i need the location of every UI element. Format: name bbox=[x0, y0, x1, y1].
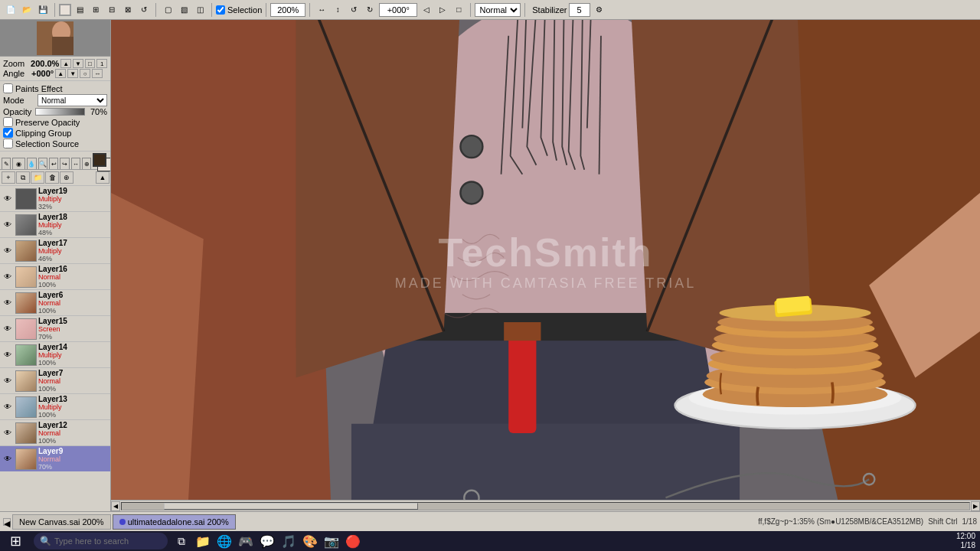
open-btn[interactable]: 📂 bbox=[19, 2, 34, 18]
color-eyedrop-btn[interactable]: 💧 bbox=[27, 158, 36, 170]
layer-vis-19[interactable]: 👁 bbox=[2, 193, 14, 205]
save-btn[interactable]: 💾 bbox=[35, 2, 51, 18]
layer-item-17[interactable]: 👁 Layer17 Multiply 46% bbox=[0, 238, 111, 264]
color-flip-btn[interactable]: ↔ bbox=[71, 158, 80, 170]
paints-effect-checkbox[interactable] bbox=[3, 83, 13, 93]
rot-l-btn[interactable]: ↺ bbox=[346, 2, 361, 18]
angle-up-btn[interactable]: ▲ bbox=[55, 69, 66, 78]
canvas-area[interactable]: TechSmith MADE WITH CAMTASIA FREE TRIAL … bbox=[111, 20, 980, 511]
tab-new-canvas[interactable]: New Canvas.sai 200% bbox=[12, 514, 111, 530]
layer-vis-6[interactable]: 👁 bbox=[2, 297, 14, 309]
angle-flip-btn[interactable]: ↔ bbox=[92, 69, 103, 78]
taskbar-app3-btn[interactable]: 🔴 bbox=[344, 532, 362, 550]
stabilizer-input[interactable] bbox=[569, 3, 590, 17]
layer-item-13[interactable]: 👁 Layer13 Multiply 100% bbox=[0, 394, 111, 420]
nav2-btn[interactable]: ▧ bbox=[176, 2, 191, 18]
mode-select[interactable]: Normal Multiply Screen bbox=[38, 94, 107, 106]
layer-item-19[interactable]: 👁 Layer19 Multiply 32% bbox=[0, 186, 111, 212]
selection-source-checkbox[interactable] bbox=[3, 139, 13, 148]
grid-btn1[interactable]: ▤ bbox=[72, 2, 87, 18]
rot-e3[interactable]: □ bbox=[451, 2, 466, 18]
layer-merge-btn[interactable]: ⊕ bbox=[60, 171, 74, 184]
rot-e2[interactable]: ▷ bbox=[435, 2, 450, 18]
layer-vis-14[interactable]: 👁 bbox=[2, 349, 14, 361]
layer-vis-17[interactable]: 👁 bbox=[2, 245, 14, 257]
taskbar-spotify-btn[interactable]: 🎵 bbox=[279, 532, 298, 550]
stabilizer-settings-btn[interactable]: ⚙ bbox=[592, 2, 607, 18]
scroll-right-btn[interactable]: ▶ bbox=[971, 501, 980, 511]
blend-mode-select[interactable]: Normal Multiply Screen bbox=[475, 3, 521, 17]
new-btn[interactable]: 📄 bbox=[3, 2, 18, 18]
grid-btn3[interactable]: ⊟ bbox=[104, 2, 119, 18]
layer-new-btn[interactable]: + bbox=[2, 171, 15, 184]
grid-btn4[interactable]: ⊠ bbox=[120, 2, 136, 18]
layer-vis-16[interactable]: 👁 bbox=[2, 271, 14, 283]
rotate-canvas-btn[interactable]: ↺ bbox=[136, 2, 152, 18]
clipping-group-checkbox[interactable] bbox=[3, 128, 13, 138]
layer-info-18: Layer18 Multiply 48% bbox=[38, 213, 109, 236]
layer-item-16[interactable]: 👁 Layer16 Normal 100% bbox=[0, 264, 111, 290]
layer-item-6[interactable]: 👁 Layer6 Normal 100% bbox=[0, 290, 111, 316]
color-zoom-btn[interactable]: 🔍 bbox=[38, 158, 47, 170]
layer-vis-15[interactable]: 👁 bbox=[2, 323, 14, 335]
nav3-btn[interactable]: ◫ bbox=[192, 2, 207, 18]
windows-start-btn[interactable]: ⊞ bbox=[0, 531, 31, 551]
grid-btn2[interactable]: ⊞ bbox=[88, 2, 103, 18]
layer-vis-7[interactable]: 👁 bbox=[2, 375, 14, 387]
layer-thumb-7 bbox=[15, 370, 37, 392]
layer-item-18[interactable]: 👁 Layer18 Multiply 48% bbox=[0, 212, 111, 238]
opacity-bar[interactable] bbox=[35, 108, 85, 116]
layer-folder-btn[interactable]: 📁 bbox=[31, 171, 44, 184]
taskbar-search-input[interactable] bbox=[54, 536, 162, 546]
color-airbrush-btn[interactable]: ◉ bbox=[12, 158, 25, 170]
angle-reset-btn[interactable]: ○ bbox=[80, 69, 90, 78]
layer-opacity-12: 100% bbox=[38, 437, 109, 445]
canvas-btn[interactable] bbox=[59, 4, 71, 16]
zoom-100-btn[interactable]: 1 bbox=[96, 59, 107, 68]
tab-ultimate[interactable]: ultimatedadalone.sai 200% bbox=[113, 514, 236, 530]
rotation-input[interactable] bbox=[379, 3, 417, 17]
taskbar-chrome-btn[interactable]: 🌐 bbox=[215, 532, 234, 550]
taskbar-app1-btn[interactable]: 🎨 bbox=[301, 532, 319, 550]
layer-vis-13[interactable]: 👁 bbox=[2, 401, 14, 413]
flip-h-btn[interactable]: ↔ bbox=[314, 2, 329, 18]
layer-up-btn[interactable]: ▲ bbox=[96, 171, 109, 184]
layer-mode-13: Multiply bbox=[38, 403, 109, 411]
h-scrollbar[interactable]: ◀ ▶ bbox=[111, 500, 980, 511]
color-pencil-btn[interactable]: ✎ bbox=[2, 158, 11, 170]
layer-vis-12[interactable]: 👁 bbox=[2, 427, 14, 439]
zoom-input[interactable] bbox=[270, 3, 305, 17]
layer-item-14[interactable]: 👁 Layer14 Multiply 100% bbox=[0, 342, 111, 368]
rot-e1[interactable]: ◁ bbox=[419, 2, 434, 18]
zoom-fit-btn[interactable]: □ bbox=[85, 59, 96, 68]
scroll-left-btn[interactable]: ◀ bbox=[111, 501, 120, 511]
layer-delete-btn[interactable]: 🗑 bbox=[45, 171, 59, 184]
h-scroll-thumb[interactable] bbox=[164, 503, 418, 510]
layer-vis-9[interactable]: 👁 bbox=[2, 453, 14, 465]
task-view-btn[interactable]: ⧉ bbox=[172, 532, 191, 550]
zoom-down-btn[interactable]: ▼ bbox=[73, 59, 83, 68]
h-scroll-track[interactable] bbox=[121, 502, 970, 510]
nav1-btn[interactable]: ▢ bbox=[160, 2, 175, 18]
layer-item-15[interactable]: 👁 Layer15 Screen 70% bbox=[0, 316, 111, 342]
color-undo-btn[interactable]: ↩ bbox=[49, 158, 58, 170]
selection-checkbox[interactable] bbox=[216, 5, 225, 15]
layer-item-9[interactable]: 👁 Layer9 Normal 70% bbox=[0, 446, 111, 471]
layer-copy-btn[interactable]: ⧉ bbox=[16, 171, 30, 184]
taskbar-explorer-btn[interactable]: 📁 bbox=[194, 532, 212, 550]
taskbar-app2-btn[interactable]: 📷 bbox=[322, 532, 341, 550]
angle-down-btn[interactable]: ▼ bbox=[67, 69, 78, 78]
preserve-opacity-checkbox[interactable] bbox=[3, 117, 13, 127]
layer-item-7[interactable]: 👁 Layer7 Normal 100% bbox=[0, 368, 111, 394]
rot-r-btn[interactable]: ↻ bbox=[362, 2, 377, 18]
zoom-up-btn[interactable]: ▲ bbox=[60, 59, 71, 68]
status-arrow-btn[interactable]: ◀ bbox=[3, 518, 11, 526]
layer-vis-18[interactable]: 👁 bbox=[2, 219, 14, 231]
color-redo-btn[interactable]: ↪ bbox=[60, 158, 69, 170]
color-extra-btn[interactable]: ⊕ bbox=[82, 158, 91, 170]
fg-swatch[interactable] bbox=[93, 153, 106, 167]
layer-item-12[interactable]: 👁 Layer12 Normal 100% bbox=[0, 420, 111, 446]
taskbar-discord-btn[interactable]: 💬 bbox=[258, 532, 276, 550]
taskbar-steam-btn[interactable]: 🎮 bbox=[237, 532, 255, 550]
flip-v-btn[interactable]: ↕ bbox=[330, 2, 345, 18]
